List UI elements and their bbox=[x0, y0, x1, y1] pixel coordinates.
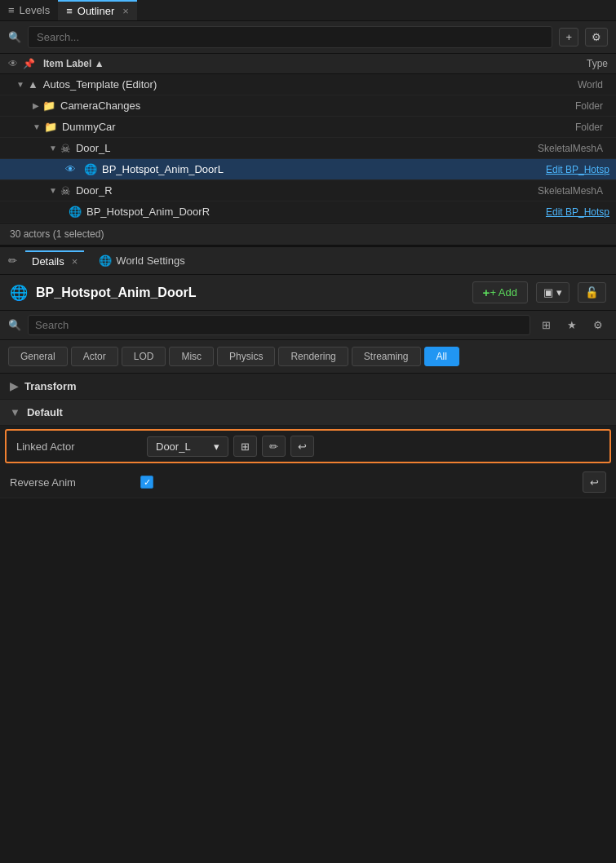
details-search-bar: 🔍 ⊞ ★ ⚙ bbox=[0, 311, 616, 340]
outliner-toolbar: + ⚙ bbox=[559, 28, 608, 46]
row-label: Door_R bbox=[76, 184, 538, 197]
linked-actor-label: Linked Actor bbox=[16, 440, 147, 453]
filter-tabs-bar: General Actor LOD Misc Physics Rendering… bbox=[0, 340, 616, 374]
row-label: DummyCar bbox=[62, 121, 575, 133]
settings-icon-btn[interactable]: ⚙ bbox=[585, 28, 608, 46]
expand-arrow-icon: ▼ bbox=[49, 144, 57, 153]
actor-icon: 🌐 bbox=[10, 284, 28, 302]
tab-outliner-close[interactable]: × bbox=[122, 5, 129, 17]
status-bar: 30 actors (1 selected) bbox=[0, 223, 616, 245]
outliner-search-input[interactable] bbox=[28, 26, 552, 48]
grid-view-icon[interactable]: ⊞ bbox=[537, 317, 556, 333]
bp-icon: 🌐 bbox=[69, 206, 82, 218]
details-search-icon: 🔍 bbox=[8, 319, 21, 331]
row-type: Folder bbox=[575, 100, 603, 112]
linked-actor-value: Door_L ▾ ⊞ ✏ ↩ bbox=[147, 436, 600, 457]
expand-arrow-icon: ▶ bbox=[33, 101, 39, 110]
tab-outliner[interactable]: ≡ Outliner × bbox=[58, 0, 137, 20]
details-search-input[interactable] bbox=[28, 315, 530, 335]
linked-actor-value-text: Door_L bbox=[156, 440, 191, 453]
filter-tab-physics[interactable]: Physics bbox=[217, 347, 275, 366]
row-type: SkeletalMeshA bbox=[538, 143, 603, 154]
outliner-search-bar: 🔍 + ⚙ bbox=[0, 21, 616, 54]
tab-details[interactable]: Details × bbox=[25, 250, 84, 271]
tree-row[interactable]: ▼ ☠ Door_L SkeletalMeshA bbox=[0, 138, 616, 159]
row-icon: ▲ bbox=[28, 78, 38, 91]
details-tab-label: Details bbox=[32, 255, 64, 268]
tree-row[interactable]: ▶ 📁 CameraChanges Folder bbox=[0, 95, 616, 117]
levels-icon: ≡ bbox=[8, 4, 15, 16]
tab-outliner-label: Outliner bbox=[78, 5, 115, 17]
row-type: SkeletalMeshA bbox=[538, 185, 603, 197]
tab-world-settings[interactable]: 🌐 World Settings bbox=[92, 251, 191, 270]
folder-icon: 📁 bbox=[44, 121, 57, 133]
item-label-col: Item Label ▲ bbox=[43, 58, 587, 69]
transform-section-header[interactable]: ▶ Transform bbox=[0, 374, 616, 400]
tree-row[interactable]: 👁 🌐 BP_Hotspot_Anim_DoorL Edit BP_Hotsp bbox=[0, 159, 616, 180]
row-label: Door_L bbox=[76, 142, 538, 154]
linked-actor-dropdown[interactable]: Door_L ▾ bbox=[147, 436, 228, 457]
expand-arrow-icon: ▼ bbox=[33, 122, 41, 131]
details-panel: ✏ Details × 🌐 World Settings 🌐 BP_Hotspo… bbox=[0, 245, 616, 498]
blueprint-icon: ▣ bbox=[543, 286, 553, 299]
tree-row[interactable]: ▼ ☠ Door_R SkeletalMeshA bbox=[0, 180, 616, 201]
add-label: + Add bbox=[490, 286, 517, 299]
bp-icon: 🌐 bbox=[84, 163, 97, 175]
expand-arrow-icon: ▼ bbox=[16, 80, 24, 89]
edit-link[interactable]: Edit BP_Hotsp bbox=[546, 206, 609, 218]
reverse-anim-row: Reverse Anim ✓ ↩ bbox=[0, 467, 616, 498]
details-tab-close[interactable]: × bbox=[72, 255, 78, 268]
details-settings-icon[interactable]: ⚙ bbox=[588, 317, 608, 333]
actor-name: BP_Hotspot_Anim_DoorL bbox=[36, 285, 464, 300]
default-section-header[interactable]: ▼ Default bbox=[0, 400, 616, 426]
tree-row[interactable]: ▼ 📁 DummyCar Folder bbox=[0, 117, 616, 138]
search-icon: 🔍 bbox=[8, 31, 21, 43]
reset-icon: ↩ bbox=[590, 476, 599, 489]
actor-row: 🌐 BP_Hotspot_Anim_DoorL + + Add ▣ ▾ 🔓 bbox=[0, 275, 616, 311]
default-section-label: Default bbox=[27, 406, 63, 418]
reverse-anim-checkbox[interactable]: ✓ bbox=[140, 476, 153, 489]
edit-actor-button[interactable]: ✏ bbox=[262, 436, 286, 457]
panel-tabs: ≡ Levels ≡ Outliner × bbox=[0, 0, 616, 21]
row-label: BP_Hotspot_Anim_DoorR bbox=[86, 206, 546, 218]
row-label: BP_Hotspot_Anim_DoorL bbox=[102, 163, 546, 175]
filter-tab-actor[interactable]: Actor bbox=[71, 347, 118, 366]
folder-icon: 📁 bbox=[42, 100, 55, 112]
lock-button[interactable]: 🔓 bbox=[578, 282, 606, 303]
add-icon-btn[interactable]: + bbox=[559, 28, 578, 46]
visibility-icon: 👁 bbox=[65, 163, 76, 175]
filter-tab-misc[interactable]: Misc bbox=[169, 347, 214, 366]
details-header: ✏ Details × 🌐 World Settings bbox=[0, 247, 616, 275]
type-col: Type bbox=[587, 58, 608, 69]
checkmark-icon: ✓ bbox=[144, 477, 151, 488]
add-plus-icon: + bbox=[483, 285, 490, 299]
filter-tab-streaming[interactable]: Streaming bbox=[352, 347, 421, 366]
visibility-col-icon: 👁 bbox=[8, 58, 18, 69]
favorites-icon[interactable]: ★ bbox=[562, 317, 582, 333]
reset-linked-actor-button[interactable]: ↩ bbox=[290, 436, 314, 457]
edit-pencil-icon: ✏ bbox=[269, 440, 278, 453]
tree-row[interactable]: 🌐 BP_Hotspot_Anim_DoorR Edit BP_Hotsp bbox=[0, 201, 616, 223]
reset-reverse-anim-button[interactable]: ↩ bbox=[583, 471, 606, 493]
tab-levels[interactable]: ≡ Levels bbox=[0, 0, 58, 20]
world-settings-label: World Settings bbox=[116, 254, 184, 267]
column-header: 👁 📌 Item Label ▲ Type bbox=[0, 54, 616, 74]
filter-tab-all[interactable]: All bbox=[424, 347, 459, 366]
tree-row[interactable]: ▼ ▲ Autos_Template (Editor) World bbox=[0, 74, 616, 95]
filter-tab-general[interactable]: General bbox=[8, 347, 68, 366]
blueprint-button[interactable]: ▣ ▾ bbox=[536, 282, 569, 303]
filter-tab-rendering[interactable]: Rendering bbox=[278, 347, 348, 366]
edit-link[interactable]: Edit BP_Hotsp bbox=[546, 164, 609, 175]
add-component-button[interactable]: + + Add bbox=[472, 281, 528, 303]
skeletal-icon: ☠ bbox=[60, 142, 71, 155]
target-actor-button[interactable]: ⊞ bbox=[233, 436, 257, 457]
outliner-tree: ▼ ▲ Autos_Template (Editor) World ▶ 📁 Ca… bbox=[0, 74, 616, 223]
transform-section-label: Transform bbox=[24, 380, 77, 392]
blueprint-dropdown-icon: ▾ bbox=[556, 286, 562, 299]
dropdown-chevron-icon: ▾ bbox=[214, 440, 219, 453]
transform-expand-icon: ▶ bbox=[10, 380, 18, 392]
skeletal-icon: ☠ bbox=[60, 184, 71, 197]
world-icon: 🌐 bbox=[99, 254, 112, 267]
filter-tab-lod[interactable]: LOD bbox=[122, 347, 166, 366]
outliner-icon: ≡ bbox=[66, 5, 73, 17]
